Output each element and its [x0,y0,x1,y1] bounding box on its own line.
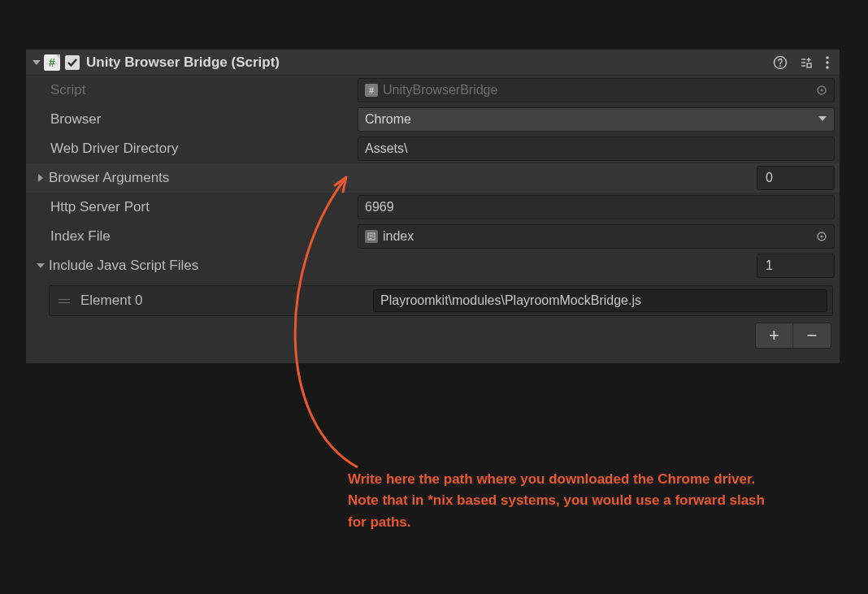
svg-rect-2 [807,63,811,67]
label-browser-arguments: Browser Arguments [26,170,358,186]
row-browser: Browser Chrome [26,105,840,134]
list-add-button[interactable]: + [756,323,793,348]
text-asset-icon [365,230,378,243]
script-file-icon: # [44,54,60,71]
presets-icon[interactable] [799,55,814,70]
svg-point-10 [820,235,822,237]
label-index-file: Index File [26,228,358,245]
row-include-js-files: Include Java Script Files 1 [26,251,840,280]
csharp-script-icon: # [365,84,378,97]
element-value-input[interactable]: Playroomkit\modules\PlayroomMockBridge.j… [373,289,827,312]
row-index-file: Index File index [26,222,840,251]
http-server-port-value: 6969 [365,200,394,215]
script-object-field: # UnityBrowserBridge [358,78,835,102]
object-picker-icon[interactable] [816,85,827,96]
label-browser: Browser [26,111,358,128]
browser-dropdown-value: Chrome [365,112,411,127]
help-icon[interactable] [773,55,788,70]
list-item: Element 0 Playroomkit\modules\PlayroomMo… [49,285,833,316]
list-size-controls: + − [26,316,840,357]
drag-handle-icon[interactable] [56,299,72,303]
browser-arguments-foldout-arrow[interactable] [34,173,47,183]
row-webdriver-directory: Web Driver Directory Assets\ [26,134,840,163]
index-file-value: index [383,229,816,244]
object-picker-icon[interactable] [816,231,827,242]
svg-point-5 [826,66,829,69]
webdriver-directory-input[interactable]: Assets\ [358,137,835,161]
jsfiles-count[interactable]: 1 [757,254,835,278]
label-http-server-port: Http Server Port [26,199,358,215]
inspector-component-panel: # Unity Browser Bridge (Script) Script # [25,49,840,364]
svg-point-4 [826,61,829,64]
component-foldout-arrow[interactable] [31,57,42,68]
label-include-js-files: Include Java Script Files [26,258,358,274]
dropdown-arrow-icon [818,112,827,127]
element-label: Element 0 [72,293,373,309]
webdriver-directory-value: Assets\ [365,141,407,156]
component-enable-checkbox[interactable] [65,55,80,70]
jsfiles-foldout-arrow[interactable] [34,261,47,271]
browser-arguments-count[interactable]: 0 [757,166,835,190]
component-header: # Unity Browser Bridge (Script) [26,50,840,76]
browser-dropdown[interactable]: Chrome [358,107,835,132]
row-browser-arguments: Browser Arguments 0 [26,163,840,193]
row-http-server-port: Http Server Port 6969 [26,193,840,222]
row-script: Script # UnityBrowserBridge [26,76,840,105]
list-remove-button[interactable]: − [793,323,831,348]
component-title: Unity Browser Bridge (Script) [86,54,773,71]
svg-point-3 [826,56,829,59]
http-server-port-input[interactable]: 6969 [358,195,835,219]
script-value: UnityBrowserBridge [383,83,816,98]
label-webdriver-directory: Web Driver Directory [26,141,358,157]
kebab-menu-icon[interactable] [825,55,830,70]
label-script: Script [26,82,358,98]
index-file-object-field[interactable]: index [358,224,835,249]
svg-point-7 [820,89,822,91]
svg-point-1 [779,65,781,67]
annotation-text: Write here the path where you downloaded… [348,469,827,533]
